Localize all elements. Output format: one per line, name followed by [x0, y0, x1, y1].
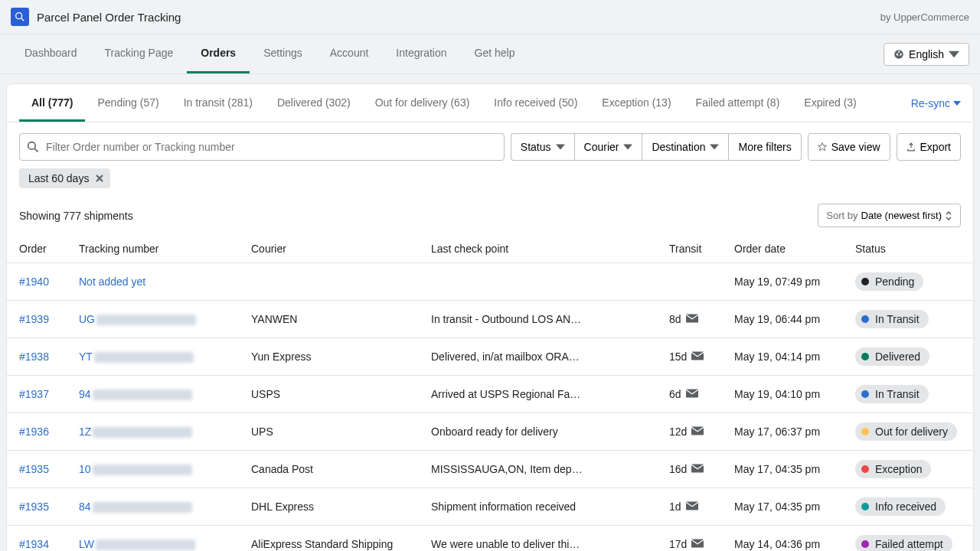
- save-view-button[interactable]: Save view: [808, 133, 890, 161]
- transit-cell: 8d: [657, 301, 722, 338]
- remove-filter-icon[interactable]: [95, 174, 104, 183]
- tab-all[interactable]: All (777): [19, 84, 85, 122]
- date-cell: May 19, 04:14 pm: [722, 338, 843, 376]
- courier-cell: Canada Post: [239, 451, 419, 488]
- table-row[interactable]: #1939UGYANWENIn transit - Outbound LOS A…: [7, 301, 973, 338]
- checkpoint-cell: We were unable to deliver this parce…: [419, 526, 657, 552]
- order-link[interactable]: #1940: [19, 276, 49, 288]
- order-link[interactable]: #1935: [19, 463, 49, 475]
- nav-item-account[interactable]: Account: [316, 34, 383, 73]
- svg-rect-10: [691, 539, 704, 547]
- search-input[interactable]: [19, 133, 505, 161]
- table-row[interactable]: #1940Not added yetMay 19, 07:49 pmPendin…: [7, 263, 973, 301]
- nav-item-settings[interactable]: Settings: [250, 34, 316, 73]
- transit-cell: 1d: [657, 488, 722, 526]
- tab-out-for-delivery[interactable]: Out for delivery (63): [363, 84, 482, 122]
- tracking-redacted: [93, 427, 192, 438]
- col-transit: Transit: [657, 235, 722, 263]
- mail-icon: [686, 388, 698, 400]
- tracking-link[interactable]: 94: [79, 388, 91, 400]
- order-link[interactable]: #1939: [19, 313, 49, 325]
- tracking-link[interactable]: 1Z: [79, 425, 91, 438]
- filter-chip-date[interactable]: Last 60 days: [19, 168, 110, 188]
- table-row[interactable]: #1938YTYun ExpressDelivered, in/at mailb…: [7, 338, 973, 376]
- order-link[interactable]: #1934: [19, 538, 49, 550]
- courier-filter[interactable]: Courier: [574, 133, 642, 161]
- checkpoint-cell: MISSISSAUGA,ON, Item departed: [419, 451, 657, 488]
- order-link[interactable]: #1938: [19, 350, 49, 363]
- resync-button[interactable]: Re-sync: [911, 97, 961, 109]
- nav-item-dashboard[interactable]: Dashboard: [11, 34, 91, 73]
- tracking-link[interactable]: Not added yet: [79, 276, 145, 288]
- tracking-link[interactable]: UG: [79, 313, 95, 325]
- table-row[interactable]: #193510Canada PostMISSISSAUGA,ON, Item d…: [7, 451, 973, 488]
- chevron-down-icon: [949, 49, 959, 60]
- mail-icon: [686, 500, 698, 513]
- svg-rect-4: [686, 314, 698, 322]
- order-link[interactable]: #1936: [19, 425, 49, 438]
- tracking-redacted: [93, 465, 192, 475]
- checkpoint-cell: Onboard ready for delivery: [419, 413, 657, 451]
- tab-delivered[interactable]: Delivered (302): [265, 84, 363, 122]
- tab-failed-attempt[interactable]: Failed attempt (8): [684, 84, 792, 122]
- date-cell: May 17, 06:37 pm: [722, 413, 843, 451]
- col-checkpoint: Last check point: [419, 235, 657, 263]
- chevron-down-icon: [710, 142, 719, 152]
- checkpoint-cell: [419, 263, 657, 301]
- result-summary: Showing 777 shipments: [19, 210, 133, 222]
- status-badge: Failed attempt: [855, 535, 952, 551]
- table-row[interactable]: #193794USPSArrived at USPS Regional Faci…: [7, 376, 973, 413]
- order-link[interactable]: #1937: [19, 388, 49, 400]
- more-filters-button[interactable]: More filters: [728, 133, 801, 161]
- status-badge: In Transit: [855, 385, 929, 403]
- status-badge: Out for delivery: [855, 422, 957, 441]
- tracking-redacted: [94, 352, 194, 363]
- language-selector[interactable]: English: [884, 43, 969, 66]
- tab-info-received[interactable]: Info received (50): [482, 84, 590, 122]
- courier-cell: USPS: [239, 376, 419, 413]
- date-cell: May 19, 06:44 pm: [722, 301, 843, 338]
- nav-item-integration[interactable]: Integration: [382, 34, 460, 73]
- svg-rect-7: [691, 426, 704, 435]
- status-filter[interactable]: Status: [511, 133, 574, 161]
- export-button[interactable]: Export: [897, 133, 961, 161]
- nav-item-get-help[interactable]: Get help: [461, 34, 529, 73]
- tracking-link[interactable]: 10: [79, 463, 91, 475]
- order-link[interactable]: #1935: [19, 500, 49, 513]
- status-badge: Pending: [855, 272, 923, 291]
- transit-cell: [657, 263, 722, 301]
- checkpoint-cell: Delivered, in/at mailbox ORANGE,CA: [419, 338, 657, 376]
- svg-rect-5: [691, 351, 704, 360]
- tab-exception[interactable]: Exception (13): [590, 84, 683, 122]
- table-row[interactable]: #19361ZUPSOnboard ready for delivery12dM…: [7, 413, 973, 451]
- language-label: English: [909, 48, 944, 60]
- tracking-link[interactable]: LW: [79, 538, 94, 550]
- courier-cell: UPS: [239, 413, 419, 451]
- table-row[interactable]: #1934LWAliExpress Standard ShippingWe we…: [7, 526, 973, 552]
- status-badge: Exception: [855, 460, 931, 478]
- courier-cell: DHL Express: [239, 488, 419, 526]
- checkpoint-cell: Shipment information received: [419, 488, 657, 526]
- star-icon: [818, 142, 827, 152]
- sort-selector[interactable]: Sort by Date (newest first): [818, 204, 961, 227]
- tracking-redacted: [93, 502, 192, 513]
- tracking-link[interactable]: YT: [79, 350, 93, 363]
- chevron-down-icon: [953, 101, 961, 106]
- translate-icon: [893, 49, 904, 60]
- tab-pending[interactable]: Pending (57): [85, 84, 171, 122]
- chevron-down-icon: [623, 142, 632, 152]
- nav-item-tracking-page[interactable]: Tracking Page: [91, 34, 188, 73]
- svg-rect-9: [686, 501, 698, 510]
- table-row[interactable]: #193584DHL ExpressShipment information r…: [7, 488, 973, 526]
- date-cell: May 14, 04:36 pm: [722, 526, 843, 552]
- tracking-link[interactable]: 84: [79, 500, 91, 513]
- app-title: Parcel Panel Order Tracking: [37, 11, 181, 24]
- tracking-redacted: [96, 315, 196, 325]
- nav-item-orders[interactable]: Orders: [187, 34, 250, 73]
- tab-expired[interactable]: Expired (3): [792, 84, 868, 122]
- status-badge: Info received: [855, 497, 946, 516]
- destination-filter[interactable]: Destination: [642, 133, 728, 161]
- col-date: Order date: [722, 235, 843, 263]
- tab-in-transit[interactable]: In transit (281): [172, 84, 265, 122]
- sort-icon: [945, 211, 952, 220]
